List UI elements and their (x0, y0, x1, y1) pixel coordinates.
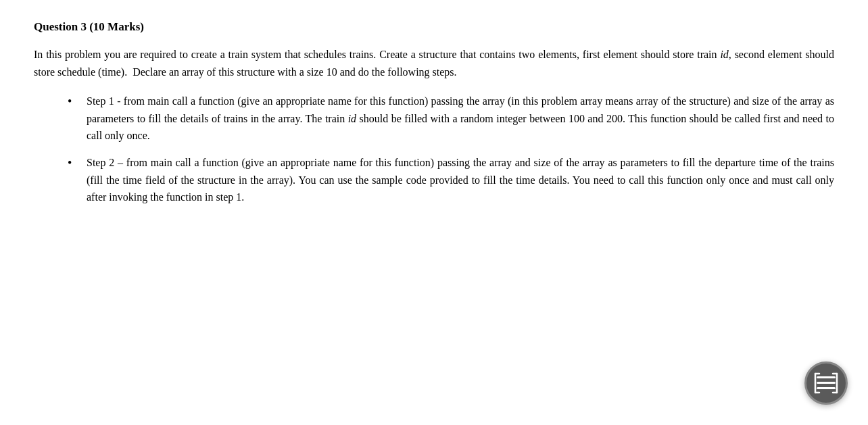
list-item: • Step 2 – from main call a function (gi… (68, 154, 834, 206)
list-item: • Step 1 - from main call a function (gi… (68, 93, 834, 145)
fab-button[interactable] (804, 361, 848, 405)
steps-list: • Step 1 - from main call a function (gi… (41, 93, 834, 206)
svg-rect-0 (817, 376, 836, 378)
svg-rect-2 (817, 387, 836, 389)
step-1-text: Step 1 - from main call a function (give… (87, 93, 834, 145)
list-icon (814, 371, 838, 395)
step-2-text: Step 2 – from main call a function (give… (87, 154, 834, 206)
svg-rect-1 (817, 382, 836, 384)
bullet-1: • (68, 93, 81, 111)
question-title: Question 3 (10 Marks) (34, 20, 834, 34)
bullet-2: • (68, 154, 81, 172)
intro-paragraph: In this problem you are required to crea… (34, 46, 834, 80)
